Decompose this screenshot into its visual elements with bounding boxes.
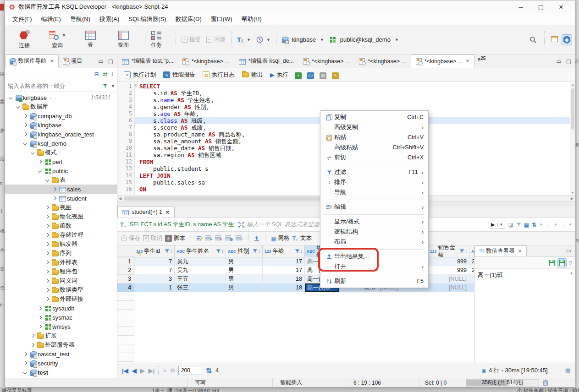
tree-expander-icon[interactable] [44, 289, 51, 291]
editor-minimize-icon[interactable]: ▭ [556, 58, 561, 65]
cell-销售金额[interactable]: 999 [428, 266, 469, 275]
sql-line-3[interactable]: s.name AS 学生姓名, [135, 97, 575, 103]
tree-item-同义词[interactable]: 同义词 [5, 276, 117, 285]
tree-item-表[interactable]: 表 [5, 175, 117, 185]
row-number[interactable]: 4 [117, 283, 134, 292]
fetch-next-icon[interactable]: ↳ [162, 367, 167, 374]
green-plus-icon[interactable]: + [295, 71, 302, 79]
sql-line-2[interactable]: s.id AS 学生ID, [135, 90, 575, 97]
table-name-filter-input[interactable] [7, 82, 101, 90]
sidebar-tab-1[interactable]: 数据库导航✕ [5, 54, 59, 68]
cell-学生姓名[interactable]: 吴九 [175, 257, 226, 266]
grid-settings-corner-icon[interactable]: ▦ [565, 367, 570, 374]
tree-expander-icon[interactable] [36, 307, 44, 310]
schema-selector[interactable]: public@ksql_demo▼ [330, 36, 399, 43]
fetch-size-input[interactable] [178, 366, 202, 375]
delete-row-icon[interactable]: × [215, 235, 222, 242]
tree-item-sysmac[interactable]: sysmac [5, 313, 117, 322]
editor-toolbar-run-button[interactable]: ▶执行 [267, 71, 291, 79]
connection-selector[interactable]: kingbase▼ [282, 36, 324, 43]
tree-expander-icon[interactable] [22, 362, 29, 365]
prev-page-icon[interactable]: ◀ [132, 367, 137, 374]
toolbar-task-button[interactable]: 任务 [140, 31, 173, 49]
viewer-scroll-up-icon[interactable]: ▲ [569, 271, 573, 275]
refetch-icon[interactable]: ⇅ [206, 366, 212, 375]
editor-maximize-icon[interactable]: ▢ [566, 58, 571, 65]
viewer-menu-dropdown-icon[interactable]: ▽ [569, 261, 572, 265]
tree-expander-icon[interactable] [22, 133, 29, 136]
menu-item-打开[interactable]: 打开› [320, 261, 428, 272]
garbage-collect-icon[interactable] [543, 380, 548, 386]
filter-settings-icon[interactable] [516, 222, 521, 227]
export-icon[interactable] [254, 236, 259, 241]
save-value-icon[interactable] [549, 260, 555, 266]
close-tab-icon[interactable]: ✕ [50, 58, 54, 64]
empty-row-number[interactable] [117, 301, 134, 310]
tree-expander-icon[interactable] [51, 197, 58, 200]
cell-销售日期[interactable] [469, 283, 474, 292]
cell-学生姓名[interactable]: 王五 [175, 275, 226, 283]
tree-item-外部链接[interactable]: 外部链接 [5, 294, 117, 304]
editor-tab-6[interactable]: *<kingbase> ...✕ [411, 54, 475, 68]
menubar-item-8[interactable]: 帮助(H) [237, 14, 266, 25]
cell-学生id[interactable]: 3 [134, 275, 175, 283]
menu-item-编辑[interactable]: 编辑› [320, 202, 428, 212]
tree-expander-icon[interactable] [51, 188, 58, 191]
tree-item-kingbase[interactable]: kingbase-1:54321 [5, 93, 117, 102]
tree-expander-icon[interactable] [22, 142, 29, 145]
column-header-学生姓名[interactable]: ABC学生姓名↕ [175, 245, 226, 257]
tree-item-sales[interactable]: sales [5, 185, 117, 194]
tree-expander-icon[interactable] [7, 96, 14, 99]
sidebar-maximize-icon[interactable]: ▢ [108, 58, 113, 65]
tree-expander-icon[interactable] [44, 252, 51, 255]
empty-row-number[interactable] [117, 327, 134, 336]
tree-item-存储过程[interactable]: 存储过程 [5, 230, 117, 240]
maximize-button[interactable]: ▢ [531, 1, 551, 13]
next-page-icon[interactable]: ▶ [140, 367, 145, 374]
cell-学生id[interactable]: 1 [134, 283, 175, 292]
menu-item-粘贴[interactable]: 粘贴Ctrl+V [320, 132, 428, 142]
back-dropdown-icon[interactable]: ▼ [554, 223, 557, 227]
apply-filter-button[interactable]: ▶▼ [489, 221, 505, 229]
tree-item-ksql_demo[interactable]: ksql_demo [5, 139, 117, 148]
cell-销售金额[interactable]: [NULL] [428, 275, 469, 283]
column-filter-sort-icons[interactable]: ↕ [459, 249, 467, 254]
tree-expander-icon[interactable] [29, 334, 36, 337]
tree-item-视图[interactable]: 视图 [5, 203, 117, 212]
tree-expander-icon[interactable] [44, 179, 51, 181]
editor-toolbar-plan-button[interactable]: ≡执行计划 [121, 71, 159, 79]
history-button[interactable]: ▼ [256, 36, 270, 43]
menu-item-导航[interactable]: 导航› [320, 187, 428, 197]
tree-item-扩展[interactable]: 扩展 [5, 331, 117, 340]
menu-item-逻辑结构[interactable]: 逻辑结构› [320, 227, 428, 237]
tab-overflow-indicator[interactable]: »25 [474, 54, 488, 68]
tree-expander-icon[interactable] [29, 343, 36, 346]
tree-item-程序包[interactable]: 程序包 [5, 267, 117, 276]
format-icon[interactable]: ✎ [332, 71, 339, 79]
scroll-up-icon[interactable]: ▲ [571, 83, 574, 86]
menu-item-显示格式[interactable]: 显示/格式› [320, 217, 428, 227]
tree-expander-icon[interactable] [22, 124, 29, 126]
tree-item-数据类型[interactable]: 数据类型 [5, 285, 117, 294]
edit-cell-icon[interactable] [197, 236, 203, 241]
empty-row-number[interactable] [117, 292, 134, 301]
transaction-mode-button[interactable]: T⡇▼ [237, 36, 251, 44]
filter-dropdown-icon[interactable]: ▼ [111, 84, 115, 88]
column-header-学生id[interactable]: 123学生id↕ [134, 245, 175, 257]
grid-view-button[interactable]: ▦网格 [271, 234, 289, 242]
column-header-销售日期[interactable]: ABC销售日期↕ [469, 245, 474, 257]
editor-toolbar-report-button[interactable]: ∿性能报告 [160, 71, 198, 79]
tree-expander-icon[interactable] [44, 270, 51, 273]
sidebar-menu-icon[interactable]: ⁞ [112, 71, 113, 77]
tree-expander-icon[interactable] [29, 151, 36, 154]
column-header-性别[interactable]: ABC性别↕ [226, 245, 263, 257]
column-filter-sort-icons[interactable]: ↕ [253, 249, 260, 254]
empty-row-number[interactable] [117, 336, 134, 344]
tree-expander-icon[interactable] [14, 105, 22, 108]
tree-expander-icon[interactable] [44, 215, 51, 218]
tree-item-外部服务器[interactable]: 外部服务器 [5, 340, 117, 349]
cell-年龄[interactable]: 18 [263, 275, 305, 283]
scroll-right-icon[interactable]: ▶ [571, 196, 573, 201]
tree-item-public[interactable]: public [5, 166, 117, 175]
cell-性别[interactable]: 男 [226, 283, 263, 292]
